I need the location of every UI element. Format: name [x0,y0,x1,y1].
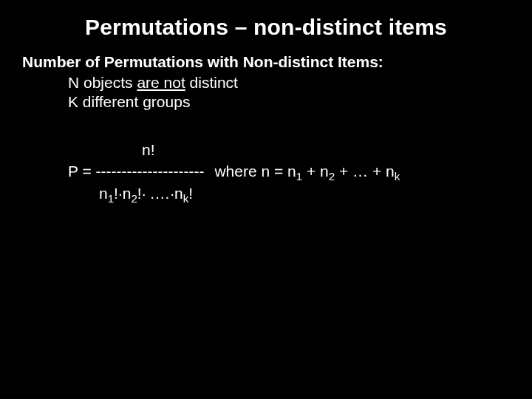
formula-numerator: n! [142,139,155,160]
where-pre: where n = n [214,163,296,180]
formula-denominator: n1!·n2!· .…·nk! [99,183,193,204]
subheading: Number of Permutations with Non-distinct… [22,53,510,71]
line1-post: distinct [185,74,238,91]
where-subk: k [395,171,400,183]
slide: Permutations – non-distinct items Number… [0,0,532,399]
bullet-line-1: N objects are not distinct [68,74,510,92]
line1-underline: are not [137,74,185,91]
den-s1: 1 [108,192,114,205]
slide-title: Permutations – non-distinct items [22,15,510,40]
den-seg1: !·n [114,185,131,202]
line1-pre: N objects [68,74,137,91]
formula-p-equals: P = [68,163,96,180]
den-n1: n [99,185,108,202]
formula-fraction-bar: --------------------- [96,163,205,180]
where-sub2: 2 [329,171,335,183]
formula-block: n! P = ---------------------where n = n1… [68,139,510,204]
den-tail: ! [188,185,193,202]
where-sub1: 1 [296,171,302,183]
den-s2: 2 [131,192,137,205]
where-mid1: + n [302,163,329,180]
formula-where: where n = n1 + n2 + … + nk [214,163,400,180]
den-seg2: !· .…·n [137,185,183,202]
bullet-line-2: K different groups [68,93,510,111]
where-mid2: + … + n [335,163,395,180]
formula-denominator-row: n1!·n2!· .…·nk! [68,183,510,204]
formula-main-row: P = ---------------------where n = n1 + … [68,160,510,182]
formula-numerator-row: n! [68,139,510,160]
